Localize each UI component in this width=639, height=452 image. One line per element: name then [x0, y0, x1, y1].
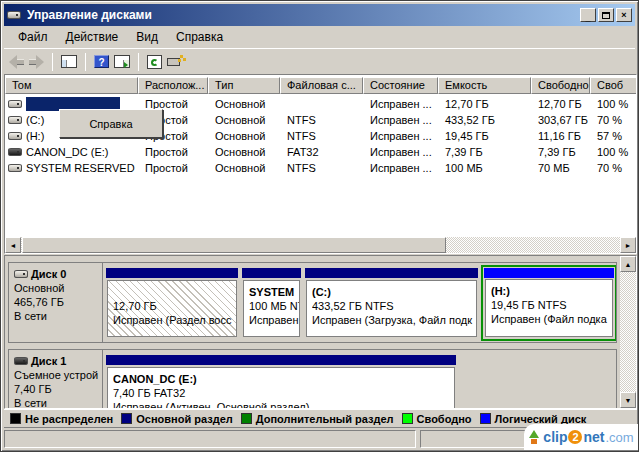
primary-color-swatch [121, 413, 132, 424]
disk-1-label: Диск 1 Съемное устрой 7,40 ГБ В сети [9, 350, 103, 409]
context-menu-item-help[interactable]: Справка [89, 118, 132, 130]
legend-free: Свободно [402, 413, 472, 425]
disk-size: 7,40 ГБ [14, 382, 102, 396]
logical-color-swatch [480, 413, 491, 424]
watermark-text: clip [543, 429, 567, 445]
volume-icon [8, 116, 22, 124]
table-row[interactable]: SYSTEM RESERVED Простой Основной NTFS Ис… [5, 160, 637, 176]
action-pane-icon[interactable] [114, 55, 130, 68]
disk-icon [14, 270, 28, 278]
cell-free: 70 МБ [531, 162, 590, 174]
help-icon[interactable]: ? [94, 55, 109, 68]
cell-free-pct: 57 % [590, 130, 637, 142]
watermark-text: .com [605, 430, 633, 445]
minimize-button[interactable]: _ [580, 8, 596, 22]
cell-status: Исправен ... [363, 146, 438, 158]
horizontal-scrollbar[interactable]: ◄ ► [5, 237, 636, 253]
column-header-fs[interactable]: Файловая с... [280, 77, 363, 94]
volume-name: (H:) [26, 130, 44, 142]
cell-capacity: 100 МБ [438, 162, 531, 174]
partition-recovery[interactable]: 12,70 ГБ Исправен (Раздел восс [105, 267, 239, 339]
refresh-icon[interactable] [147, 55, 162, 69]
toolbar-separator [138, 53, 139, 71]
menu-help[interactable]: Справка [167, 28, 232, 46]
cell-capacity: 7,39 ГБ [438, 146, 531, 158]
watermark-text: net [583, 429, 604, 445]
scroll-right-icon[interactable]: ► [620, 237, 636, 253]
cell-status: Исправен ... [363, 130, 438, 142]
scrollbar-thumb[interactable] [22, 237, 446, 253]
disk-status: В сети [14, 396, 102, 409]
disk-0-label: Диск 0 Основной 465,76 ГБ В сети [9, 263, 103, 342]
volume-name: SYSTEM RESERVED [26, 162, 135, 174]
column-header-free[interactable]: Свободно [531, 77, 590, 94]
cell-fs: NTFS [280, 162, 363, 174]
cell-capacity: 19,45 ГБ [438, 130, 531, 142]
column-header-status[interactable]: Состояние [363, 77, 438, 94]
partition-c[interactable]: (C:) 433,52 ГБ NTFS Исправен (Загрузка, … [304, 267, 479, 339]
partition-status: Исправен (Раздел восс [113, 313, 236, 327]
partition-status: Исправен (Файл подка [491, 312, 612, 326]
cell-free-pct: 70 % [590, 162, 637, 174]
disk-type: Съемное устрой [14, 368, 102, 382]
legend-logical: Логический диск [480, 413, 587, 425]
titlebar: Управление дисками _ × [4, 4, 635, 26]
column-header-layout[interactable]: Располож... [138, 77, 208, 94]
partition-body: (H:) 19,45 ГБ NTFS Исправен (Файл подка [485, 279, 613, 337]
partition-size: 19,45 ГБ NTFS [491, 298, 612, 312]
close-button[interactable]: × [616, 8, 632, 22]
cell-fs: NTFS [280, 114, 363, 126]
cell-layout: Простой [138, 146, 208, 158]
rescan-disks-icon[interactable] [167, 55, 183, 68]
partition-size: 7,40 ГБ FAT32 [113, 386, 454, 400]
partition-system[interactable]: SYSTEM 100 МБ NT Исправен [241, 267, 302, 339]
scroll-left-icon[interactable]: ◄ [5, 237, 21, 253]
maximize-icon [602, 12, 610, 19]
vertical-scrollbar[interactable]: ▲ ▼ [620, 256, 636, 408]
legend-primary: Основной раздел [121, 413, 233, 425]
window-title: Управление дисками [27, 8, 578, 22]
volume-name: (C:) [26, 114, 44, 126]
menu-file[interactable]: Файл [9, 28, 57, 46]
scroll-up-icon[interactable]: ▲ [620, 256, 636, 272]
disk-0-row: Диск 0 Основной 465,76 ГБ В сети 12,70 Г… [8, 262, 617, 343]
toolbar-separator [52, 53, 53, 71]
partition-status: Исправен [249, 313, 299, 327]
status-panel [4, 430, 416, 448]
app-icon [7, 8, 23, 22]
removable-volume-icon [8, 148, 22, 156]
unallocated-color-swatch [10, 413, 21, 424]
partition-size: 100 МБ NT [249, 299, 299, 313]
column-header-volume[interactable]: Том [5, 77, 138, 94]
menubar: Файл Действие Вид Справка [4, 26, 635, 48]
cell-status: Исправен ... [363, 98, 438, 110]
volume-list-header: Том Располож... Тип Файловая с... Состоя… [5, 77, 637, 94]
console-tree-icon[interactable] [61, 55, 77, 68]
maximize-button[interactable] [598, 8, 614, 22]
cell-type: Основной [208, 162, 280, 174]
clip2net-watermark: clip 2 net .com [524, 424, 638, 450]
cell-type: Основной [208, 114, 280, 126]
column-header-type[interactable]: Тип [208, 77, 280, 94]
primary-partition-bar [106, 268, 238, 278]
toolbar: ? [4, 48, 635, 74]
disk-status: В сети [14, 309, 102, 323]
extended-color-swatch [241, 413, 252, 424]
cell-free-pct: 100 % [590, 146, 637, 158]
table-row[interactable]: CANON_DC (E:) Простой Основной FAT32 Исп… [5, 144, 637, 160]
column-header-free-pct[interactable]: Своб [590, 77, 637, 94]
legend-unallocated: Не распределен [10, 413, 113, 425]
partition-canon-dc[interactable]: CANON_DC (E:) 7,40 ГБ FAT32 Исправен (Ак… [105, 354, 457, 409]
primary-partition-bar [305, 268, 478, 278]
column-header-capacity[interactable]: Емкость [438, 77, 531, 94]
removable-disk-icon [14, 357, 28, 365]
menu-view[interactable]: Вид [127, 28, 167, 46]
forward-icon[interactable] [29, 55, 44, 69]
back-icon[interactable] [9, 55, 24, 69]
disk-management-window: Управление дисками _ × Файл Действие Вид… [0, 0, 639, 452]
scroll-down-icon[interactable]: ▼ [620, 392, 636, 408]
primary-partition-bar [106, 355, 456, 365]
cell-status: Исправен ... [363, 162, 438, 174]
partition-h-logical[interactable]: (H:) 19,45 ГБ NTFS Исправен (Файл подка [481, 265, 617, 341]
menu-action[interactable]: Действие [57, 28, 128, 46]
